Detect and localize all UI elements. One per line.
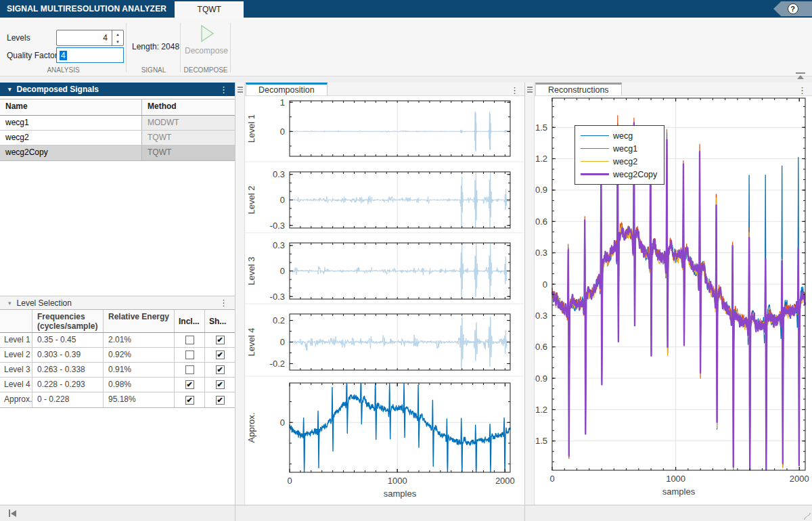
svg-text:1: 1 (280, 97, 285, 108)
signal-row-wecg2Copy[interactable]: wecg2Copy TQWT (0, 145, 235, 160)
frequencies-cell: 0.263 - 0.338 (32, 363, 104, 377)
svg-text:-0.9: -0.9 (535, 373, 547, 384)
level-row-approx-[interactable]: Approx. 0 - 0.228 95.18% ✔ ✔ (0, 392, 235, 407)
energy-cell: 0.91% (104, 363, 175, 377)
legend-entry-wecg[interactable]: wecg (581, 129, 657, 142)
tab-decomposition[interactable]: Decomposition (246, 83, 328, 95)
svg-text:1000: 1000 (666, 474, 685, 484)
decompose-button-label: Decompose (185, 46, 227, 55)
energy-cell: 0.98% (104, 378, 175, 392)
length-text: Length: 2048 (132, 42, 179, 51)
svg-text:0.3: 0.3 (273, 240, 285, 250)
panel-drag-strip[interactable] (525, 83, 535, 505)
svg-text:1.2: 1.2 (535, 154, 547, 164)
signals-panel: ▾ Decomposed Signals ⋮ Name Methodwecg1 … (0, 83, 235, 505)
svg-text:0: 0 (280, 127, 285, 137)
reconstructions-figure[interactable]: 0100020001.51.20.90.60.30-0.3-0.6-0.9-1.… (535, 96, 812, 505)
panel-drag-strip[interactable] (235, 83, 245, 505)
collapse-panel-left-icon[interactable] (9, 509, 16, 517)
svg-text:0.2: 0.2 (273, 315, 285, 325)
level-row-level-4[interactable]: Level 4 0.228 - 0.293 0.98% ✔ ✔ (0, 378, 235, 392)
svg-text:-0.3: -0.3 (270, 221, 285, 231)
spinner-up-icon[interactable]: ▲ (112, 30, 123, 38)
signal-row-wecg1[interactable]: wecg1 MODWT (0, 116, 235, 131)
svg-text:-1.5: -1.5 (535, 436, 547, 446)
svg-text:0: 0 (543, 279, 547, 290)
signal-multiresolution-analyzer-app: SIGNAL MULTIRESOLUTION ANALYZER TQWT ? L… (0, 0, 812, 521)
collapse-triangle-icon[interactable]: ▾ (8, 300, 12, 307)
column-header-show[interactable]: Sh... (205, 310, 235, 332)
column-header-method[interactable]: Method (142, 99, 235, 115)
main-area: ▾ Decomposed Signals ⋮ Name Methodwecg1 … (0, 83, 812, 505)
svg-text:-0.6: -0.6 (535, 342, 547, 352)
level-selection-header[interactable]: ▾ Level Selection ⋮ (0, 296, 235, 309)
svg-text:0.3: 0.3 (273, 169, 285, 179)
column-header-frequencies[interactable]: Frequencies(cycles/sample) (32, 310, 104, 332)
legend-entry-wecg2Copy[interactable]: wecg2Copy (581, 168, 657, 181)
svg-text:-0.2: -0.2 (270, 359, 285, 369)
column-header-include[interactable]: Incl... (175, 310, 205, 332)
include-checkbox[interactable] (185, 365, 194, 374)
svg-text:-1.2: -1.2 (535, 405, 547, 415)
include-checkbox[interactable]: ✔ (185, 380, 194, 389)
frequencies-cell: 0.35 - 0.45 (32, 333, 104, 347)
statusbar-divider (235, 505, 235, 521)
level-label-cell: Level 1 (0, 333, 32, 347)
decomposed-signals-table: Name Methodwecg1 MODWTwecg2 TQWTwecg2Cop… (0, 99, 235, 161)
tab-reconstructions[interactable]: Reconstructions (535, 83, 622, 95)
tab-menu-icon[interactable]: ⋮ (510, 85, 519, 95)
signal-name-cell[interactable]: wecg2Copy (0, 145, 142, 160)
signal-method-cell: TQWT (142, 131, 235, 145)
panel-menu-icon[interactable]: ⋮ (219, 85, 228, 95)
signal-method-cell: TQWT (142, 145, 235, 160)
show-checkbox[interactable]: ✔ (216, 336, 225, 344)
svg-text:2000: 2000 (495, 476, 515, 486)
include-checkbox[interactable]: ✔ (185, 396, 194, 405)
signal-row-wecg2[interactable]: wecg2 TQWT (0, 131, 235, 145)
plot-legend[interactable]: wecg wecg1 wecg2 wecg2Copy (574, 125, 664, 185)
show-checkbox[interactable]: ✔ (216, 350, 225, 359)
column-header-energy[interactable]: Relative Energy (104, 310, 175, 332)
svg-text:Level 4: Level 4 (246, 328, 256, 357)
signal-name-cell[interactable]: wecg1 (0, 116, 142, 130)
level-row-level-1[interactable]: Level 1 0.35 - 0.45 2.01% ✔ (0, 333, 235, 348)
level-selection-table: Frequencies(cycles/sample) Relative Ener… (0, 309, 235, 408)
decomposed-signals-header[interactable]: ▾ Decomposed Signals ⋮ (0, 83, 235, 96)
levels-spinner-buttons[interactable]: ▲ ▼ (112, 30, 123, 45)
decomposition-plots: 10Level 10.30-0.3Level 20.30-0.3Level 30… (245, 96, 524, 502)
svg-text:-0.3: -0.3 (270, 292, 285, 302)
decompose-button[interactable]: Decompose (185, 23, 227, 55)
section-divider (230, 23, 231, 72)
tab-signal-multiresolution-analyzer[interactable]: SIGNAL MULTIRESOLUTION ANALYZER (0, 0, 175, 18)
level-row-level-2[interactable]: Level 2 0.303 - 0.39 0.92% ✔ (0, 348, 235, 363)
toolstrip: Levels 4 ▲ ▼ Quality Factor 4 ANALYSIS L… (0, 18, 812, 76)
levels-spinner[interactable]: 4 ▲ ▼ (56, 30, 124, 46)
signal-name-cell[interactable]: wecg2 (0, 131, 142, 145)
help-button[interactable]: ? (773, 1, 812, 16)
column-header-name[interactable]: Name (0, 99, 142, 115)
decomposition-figure[interactable]: 10Level 10.30-0.3Level 20.30-0.3Level 30… (245, 96, 524, 505)
legend-entry-wecg2[interactable]: wecg2 (581, 155, 657, 168)
quality-factor-input[interactable]: 4 (56, 47, 124, 63)
legend-line-sample (581, 161, 609, 162)
show-checkbox[interactable]: ✔ (216, 396, 225, 405)
energy-cell: 95.18% (104, 392, 175, 407)
include-checkbox[interactable] (185, 350, 194, 359)
show-checkbox[interactable]: ✔ (216, 380, 225, 389)
level-row-level-3[interactable]: Level 3 0.263 - 0.338 0.91% ✔ (0, 363, 235, 378)
svg-text:Approx.: Approx. (246, 413, 256, 443)
tab-tqwt[interactable]: TQWT (175, 1, 244, 18)
show-checkbox[interactable]: ✔ (216, 365, 225, 374)
legend-entry-wecg1[interactable]: wecg1 (581, 142, 657, 155)
spinner-down-icon[interactable]: ▼ (112, 38, 123, 45)
include-checkbox[interactable] (185, 336, 194, 344)
panel-menu-icon[interactable]: ⋮ (219, 298, 228, 308)
resize-grip[interactable] (804, 513, 811, 520)
section-decompose: Decompose DECOMPOSE (181, 18, 231, 76)
legend-label: wecg (613, 131, 633, 141)
collapse-triangle-icon[interactable]: ▾ (8, 86, 12, 93)
collapse-toolstrip-icon[interactable] (796, 72, 805, 79)
tab-menu-icon[interactable]: ⋮ (798, 85, 807, 95)
level-selection-section: ▾ Level Selection ⋮ Frequencies(cycles/s… (0, 296, 235, 408)
levels-value: 4 (57, 30, 112, 45)
